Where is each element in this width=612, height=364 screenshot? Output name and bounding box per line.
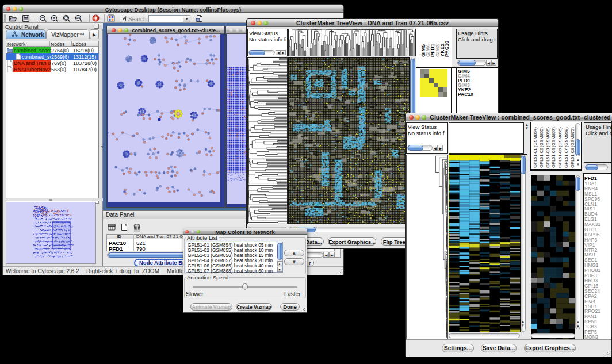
svg-text:1:1: 1:1 <box>76 16 80 20</box>
